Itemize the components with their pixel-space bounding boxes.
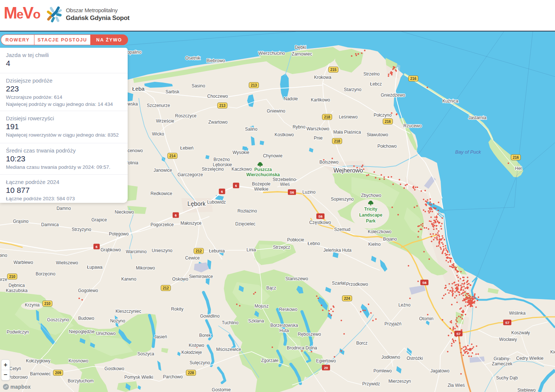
- svg-text:Grapice: Grapice: [91, 217, 107, 222]
- svg-text:Bolszewo: Bolszewo: [319, 160, 339, 165]
- svg-text:Kuźnica: Kuźnica: [443, 98, 458, 104]
- svg-text:Tricity: Tricity: [364, 207, 377, 212]
- svg-text:Potęgowo: Potęgowo: [109, 231, 129, 237]
- svg-text:Łebunia: Łebunia: [209, 248, 225, 254]
- svg-text:Przyjaźń: Przyjaźń: [384, 321, 401, 326]
- svg-text:Rozłazino: Rozłazino: [238, 208, 257, 214]
- svg-text:212: 212: [196, 249, 202, 253]
- svg-text:Wierzchucino: Wierzchucino: [258, 51, 285, 56]
- svg-text:216: 216: [513, 155, 519, 160]
- svg-text:Dzięcielec: Dzięcielec: [235, 221, 256, 227]
- svg-text:Borzęcino: Borzęcino: [36, 271, 56, 277]
- svg-text:Sasino: Sasino: [192, 83, 205, 88]
- svg-text:Kie: Kie: [550, 349, 555, 355]
- svg-text:Gostkowo: Gostkowo: [104, 366, 124, 371]
- svg-text:S6: S6: [318, 214, 323, 218]
- svg-text:Podwilczyn: Podwilczyn: [7, 329, 29, 335]
- svg-text:Warcimino: Warcimino: [126, 249, 147, 254]
- svg-text:Borcz: Borcz: [356, 341, 368, 346]
- svg-text:Mojusz: Mojusz: [255, 304, 269, 309]
- svg-text:Parchowo: Parchowo: [163, 374, 183, 379]
- svg-text:Wejherowo: Wejherowo: [333, 167, 363, 174]
- svg-text:Kołodzieje: Kołodzieje: [181, 350, 202, 355]
- svg-text:Cetyń: Cetyń: [9, 366, 21, 371]
- svg-text:Koleczkowo: Koleczkowo: [368, 229, 391, 234]
- svg-text:Sławutowo: Sławutowo: [367, 132, 388, 137]
- svg-text:Strzelęcino: Strzelęcino: [202, 167, 224, 172]
- svg-text:Bożepole: Bożepole: [252, 181, 270, 187]
- svg-text:Sopieszyno: Sopieszyno: [331, 197, 354, 202]
- svg-text:Barnowiec: Barnowiec: [30, 371, 51, 376]
- svg-text:Jeleńska Huta: Jeleńska Huta: [323, 248, 352, 253]
- svg-text:Strzepcz: Strzepcz: [273, 245, 290, 250]
- svg-text:Kaczkowo: Kaczkowo: [232, 167, 252, 172]
- svg-text:216: 216: [410, 77, 417, 81]
- svg-text:Strzebielino-: Strzebielino-: [273, 177, 297, 182]
- svg-text:Lubowidz: Lubowidz: [207, 200, 226, 205]
- svg-text:Bay of Puck: Bay of Puck: [455, 149, 481, 155]
- svg-text:Reskowo: Reskowo: [279, 307, 297, 312]
- svg-text:Siemirowice: Siemirowice: [189, 274, 213, 279]
- svg-text:Łebcz: Łebcz: [370, 81, 382, 87]
- svg-text:Bącz: Bącz: [266, 285, 276, 291]
- svg-text:Koszwały: Koszwały: [511, 330, 530, 335]
- svg-text:S6: S6: [422, 281, 427, 285]
- svg-text:6: 6: [95, 245, 97, 249]
- svg-text:224: 224: [344, 296, 350, 301]
- svg-text:Łupawa: Łupawa: [87, 265, 102, 270]
- svg-text:Gogolewo: Gogolewo: [78, 288, 98, 293]
- svg-text:Jastarnia: Jastarnia: [468, 115, 487, 120]
- svg-text:20: 20: [324, 366, 328, 370]
- svg-text:Unichowo: Unichowo: [96, 331, 116, 336]
- svg-text:Tuchlino: Tuchlino: [222, 320, 239, 325]
- svg-text:Poborowo: Poborowo: [8, 375, 28, 380]
- svg-text:Połczyno: Połczyno: [374, 113, 392, 118]
- svg-text:Borek: Borek: [199, 333, 211, 338]
- svg-text:Budowo: Budowo: [78, 316, 94, 321]
- svg-text:Kielno: Kielno: [368, 242, 381, 247]
- svg-text:Karwno: Karwno: [121, 277, 137, 282]
- svg-text:Zwartowo: Zwartowo: [208, 120, 228, 125]
- svg-text:Nadole: Nadole: [284, 96, 298, 101]
- svg-text:Damno: Damno: [57, 206, 71, 211]
- svg-text:Szklana: Szklana: [248, 318, 264, 324]
- svg-text:S7: S7: [456, 332, 461, 336]
- svg-text:Soszyca: Soszyca: [137, 351, 154, 356]
- svg-text:Brodnica Dolna: Brodnica Dolna: [287, 345, 317, 351]
- svg-text:213: 213: [251, 83, 257, 87]
- svg-text:Przodkowo: Przodkowo: [346, 282, 368, 287]
- svg-text:bino: bino: [0, 253, 7, 258]
- svg-text:ecenowo: ecenowo: [125, 148, 143, 153]
- svg-text:Grąsino: Grąsino: [13, 219, 28, 224]
- svg-text:Szczenurze: Szczenurze: [147, 103, 170, 108]
- svg-text:Wieliszewo: Wieliszewo: [56, 260, 78, 265]
- svg-text:Łeba: Łeba: [132, 86, 145, 92]
- svg-text:Lębork: Lębork: [188, 201, 206, 207]
- svg-text:Pnie: Pnie: [314, 135, 323, 141]
- svg-text:Salino: Salino: [245, 127, 258, 132]
- svg-text:215: 215: [330, 68, 337, 72]
- svg-text:Borzestowska: Borzestowska: [270, 323, 298, 328]
- svg-text:Kleszczyniec: Kleszczyniec: [115, 309, 141, 314]
- svg-text:Strzyżyno: Strzyżyno: [72, 227, 91, 232]
- svg-text:Steblewo: Steblewo: [517, 388, 536, 392]
- svg-text:Landscape: Landscape: [359, 212, 383, 218]
- svg-text:Wrzeście: Wrzeście: [156, 118, 174, 124]
- svg-text:Wocławy: Wocławy: [499, 337, 517, 342]
- svg-text:Egiertowo: Egiertowo: [316, 358, 336, 363]
- svg-text:Mała Piaśnica: Mała Piaśnica: [333, 130, 361, 135]
- svg-text:Małoszyce: Małoszyce: [181, 221, 202, 226]
- svg-text:Pogorzelice: Pogorzelice: [151, 222, 174, 227]
- svg-text:Dębki: Dębki: [295, 45, 306, 50]
- svg-text:214: 214: [169, 154, 176, 158]
- svg-text:Park: Park: [366, 218, 376, 224]
- svg-text:Ostróżki: Ostróżki: [407, 356, 423, 361]
- svg-text:Nieckowo: Nieckowo: [115, 210, 134, 215]
- svg-text:Goszczyno: Goszczyno: [47, 317, 69, 322]
- svg-text:Otomin: Otomin: [419, 316, 434, 321]
- svg-text:Suchy Dąb: Suchy Dąb: [496, 375, 518, 381]
- svg-text:Nożyno: Nożyno: [110, 318, 125, 324]
- svg-text:6: 6: [221, 190, 223, 194]
- svg-text:218: 218: [324, 115, 330, 119]
- svg-text:Kaszubska: Kaszubska: [6, 288, 28, 293]
